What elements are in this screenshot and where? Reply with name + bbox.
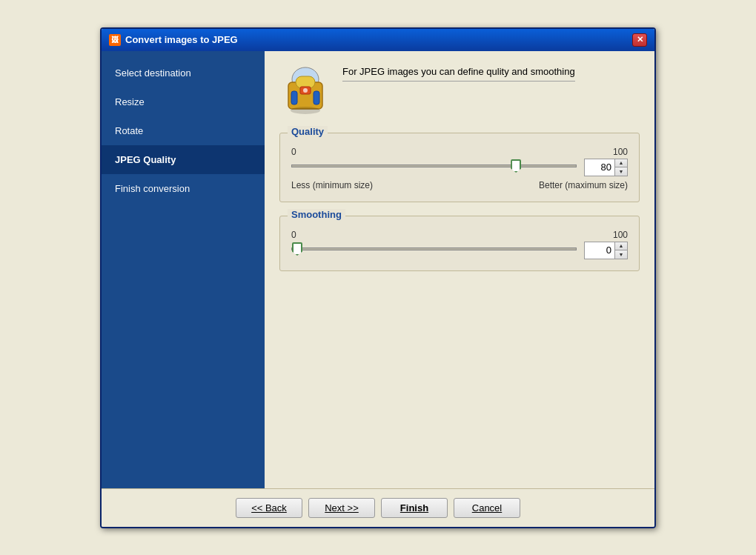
- smoothing-min-label: 0: [291, 230, 296, 240]
- back-button[interactable]: << Back: [236, 498, 302, 518]
- window-title: Convert images to JPEG: [125, 34, 238, 45]
- quality-label-right: Better (maximum size): [539, 180, 628, 190]
- quality-spinbox-up[interactable]: ▲: [615, 159, 627, 167]
- next-button[interactable]: Next >>: [308, 498, 375, 518]
- quality-slider[interactable]: [291, 159, 577, 173]
- quality-spinbox-arrows: ▲ ▼: [614, 159, 627, 176]
- smoothing-spinbox-value[interactable]: [585, 243, 614, 257]
- quality-spinbox-value[interactable]: [585, 160, 614, 174]
- sidebar-item-rotate[interactable]: Rotate: [102, 116, 265, 145]
- intro-text: For JPEG images you can define qulity an…: [342, 66, 575, 93]
- sidebar: Select destination Resize Rotate JPEG Qu…: [102, 51, 265, 488]
- svg-rect-6: [314, 91, 319, 104]
- quality-spinbox: ▲ ▼: [584, 159, 628, 176]
- finish-button[interactable]: Finish: [381, 498, 448, 518]
- smoothing-group-box: Smoothing 0 100 ▲: [279, 216, 640, 271]
- intro-section: For JPEG images you can define qulity an…: [279, 66, 640, 118]
- quality-desc-labels: Less (minimum size) Better (maximum size…: [291, 180, 628, 190]
- sidebar-item-jpeg-quality[interactable]: JPEG Quality: [102, 145, 265, 174]
- smoothing-slider-wrapper: [291, 242, 577, 259]
- cancel-button[interactable]: Cancel: [454, 498, 520, 518]
- quality-label-left: Less (minimum size): [291, 180, 373, 190]
- app-icon: 🖼: [109, 34, 121, 46]
- quality-slider-wrapper: [291, 159, 577, 176]
- smoothing-slider-row: ▲ ▼: [291, 242, 628, 259]
- divider: [342, 81, 575, 82]
- wizard-icon: [279, 66, 331, 118]
- main-content: For JPEG images you can define qulity an…: [265, 51, 654, 488]
- quality-slider-section: 0 100 ▲ ▼: [291, 147, 628, 190]
- quality-max-label: 100: [613, 147, 628, 157]
- smoothing-slider[interactable]: [291, 242, 577, 256]
- dialog-window: 🖼 Convert images to JPEG ✕ Select destin…: [100, 27, 656, 528]
- smoothing-slider-range-labels: 0 100: [291, 230, 628, 240]
- dialog-footer: << Back Next >> Finish Cancel: [102, 488, 654, 527]
- quality-group-label: Quality: [288, 126, 328, 137]
- sidebar-item-finish-conversion[interactable]: Finish conversion: [102, 174, 265, 203]
- title-bar-left: 🖼 Convert images to JPEG: [109, 34, 238, 46]
- intro-paragraph: For JPEG images you can define qulity an…: [342, 66, 575, 77]
- quality-slider-row: ▲ ▼: [291, 159, 628, 176]
- sidebar-item-select-destination[interactable]: Select destination: [102, 59, 265, 87]
- smoothing-group-label: Smoothing: [288, 209, 345, 220]
- close-button[interactable]: ✕: [632, 33, 647, 47]
- smoothing-max-label: 100: [613, 230, 628, 240]
- dialog-body: Select destination Resize Rotate JPEG Qu…: [102, 51, 654, 488]
- quality-min-label: 0: [291, 147, 296, 157]
- quality-spinbox-down[interactable]: ▼: [615, 167, 627, 176]
- smoothing-slider-section: 0 100 ▲ ▼: [291, 230, 628, 259]
- quality-group-box: Quality 0 100 ▲ ▼: [279, 133, 640, 202]
- sidebar-item-resize[interactable]: Resize: [102, 87, 265, 116]
- svg-point-4: [303, 88, 308, 93]
- svg-rect-5: [291, 91, 297, 104]
- smoothing-spinbox-up[interactable]: ▲: [615, 242, 627, 250]
- smoothing-spinbox: ▲ ▼: [584, 242, 628, 259]
- svg-point-7: [291, 107, 320, 114]
- smoothing-spinbox-arrows: ▲ ▼: [614, 242, 627, 259]
- title-bar: 🖼 Convert images to JPEG ✕: [102, 29, 654, 51]
- quality-slider-range-labels: 0 100: [291, 147, 628, 157]
- smoothing-spinbox-down[interactable]: ▼: [615, 250, 627, 259]
